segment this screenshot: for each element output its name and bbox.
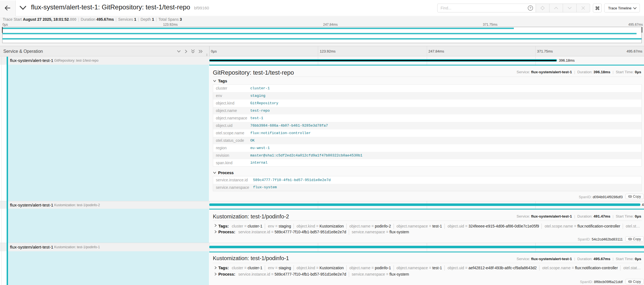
svg-text:?: ? [529, 6, 531, 10]
